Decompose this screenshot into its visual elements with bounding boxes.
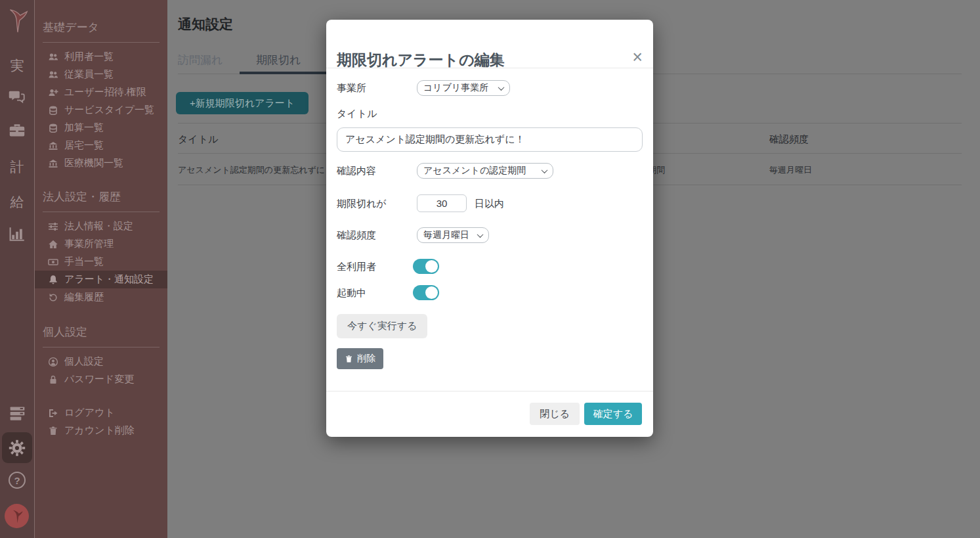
sidebar-item-office-management[interactable]: 事業所管理 (35, 235, 167, 253)
list-icon[interactable] (0, 405, 34, 422)
modal-header-divider (326, 68, 653, 68)
logo-bird-icon (5, 7, 30, 34)
sidebar-item-additions-list[interactable]: 加算一覧 (35, 119, 167, 137)
money-icon (48, 257, 58, 267)
lock-icon (48, 374, 58, 385)
page-title: 通知設定 (178, 15, 233, 34)
sidebar-item-label: アラート・通知設定 (64, 273, 154, 286)
sidebar-item-label: 従業員一覧 (64, 68, 114, 81)
users-icon (48, 70, 58, 80)
gear-icon (9, 439, 26, 457)
sidebar-item-delete-account[interactable]: アカウント削除 (35, 422, 167, 439)
sidebar-section-corporate-settings: 法人設定・履歴 (43, 189, 160, 212)
run-now-button[interactable]: 今すぐ実行する (337, 314, 427, 338)
sidebar-item-corporate-info[interactable]: 法人情報・設定 (35, 217, 167, 235)
sidebar-item-medical-institutions[interactable]: 医療機関一覧 (35, 154, 167, 172)
sliders-icon (48, 221, 58, 232)
bank-icon (48, 158, 58, 169)
strip-item-jitsu[interactable]: 実 (0, 56, 34, 75)
logo-bird-icon (10, 508, 24, 524)
sidebar-item-logout[interactable]: ログアウト (35, 404, 167, 422)
briefcase-icon[interactable] (0, 122, 34, 138)
sidebar-section-basic-data: 基礎データ (43, 0, 160, 43)
strip-item-kei[interactable]: 計 (0, 158, 34, 176)
history-icon (48, 292, 58, 303)
database-icon (48, 123, 58, 133)
sidebar-item-label: 手当一覧 (64, 256, 104, 268)
title-input[interactable] (337, 127, 643, 152)
bell-icon (48, 275, 58, 285)
running-toggle[interactable] (413, 285, 439, 300)
sidebar-item-change-password[interactable]: パスワード変更 (35, 370, 167, 388)
home-icon (48, 239, 58, 250)
sidebar-item-label: ログアウト (64, 407, 115, 419)
sidebar-item-employees-list[interactable]: 従業員一覧 (35, 66, 167, 83)
settings-gear-active[interactable] (2, 432, 32, 463)
chart-bar-icon[interactable] (0, 225, 34, 242)
row-title-cell: アセスメント認定期間の更新忘れずに！ (178, 164, 333, 176)
sidebar-item-users-list[interactable]: 利用者一覧 (35, 48, 167, 66)
sidebar: 基礎データ 利用者一覧 従業員一覧 ユーザー招待.権限 サービスタイプ一覧 加算… (34, 0, 167, 538)
user-circle-icon (48, 357, 58, 367)
sidebar-item-label: ユーザー招待.権限 (64, 86, 146, 99)
delete-button[interactable]: 削除 (337, 348, 383, 369)
content-label: 確認内容 (337, 165, 376, 177)
chevron-down-icon (542, 167, 548, 173)
help-button[interactable] (0, 472, 34, 489)
sidebar-item-service-types[interactable]: サービスタイプ一覧 (35, 101, 167, 119)
user-plus-icon (48, 87, 58, 98)
modal-footer-divider (326, 391, 653, 392)
deadline-suffix: 日以内 (475, 198, 504, 210)
new-expiration-alert-button[interactable]: +新規期限切れアラート (176, 92, 309, 114)
trash-icon (48, 426, 58, 436)
sidebar-item-alert-notification-settings[interactable]: アラート・通知設定 (35, 271, 167, 288)
row-frequency-cell: 毎週月曜日 (769, 164, 812, 176)
frequency-select[interactable]: 毎週月曜日 (417, 227, 489, 243)
deadline-label: 期限切れが (337, 198, 387, 210)
trash-icon (345, 355, 353, 363)
table-header-frequency: 確認頻度 (769, 133, 809, 146)
sidebar-item-personal-settings[interactable]: 個人設定 (35, 353, 167, 370)
sidebar-item-label: アカウント削除 (64, 424, 135, 437)
tab-missed-visits[interactable]: 訪問漏れ (178, 53, 223, 68)
sidebar-item-label: 編集履歴 (64, 291, 104, 303)
close-button[interactable]: 閉じる (530, 403, 580, 425)
office-select[interactable]: コリブリ事業所 (417, 80, 510, 96)
all-users-label: 全利用者 (337, 261, 376, 273)
logo-circle-button[interactable] (5, 504, 29, 528)
office-label: 事業所 (337, 82, 366, 95)
comments-icon[interactable] (0, 90, 34, 104)
sidebar-item-allowances-list[interactable]: 手当一覧 (35, 253, 167, 271)
title-label: タイトル (337, 108, 377, 120)
app-logo[interactable] (0, 7, 34, 34)
content-select-value: アセスメントの認定期間 (423, 165, 526, 177)
edit-expiration-alert-modal: 期限切れアラートの編集 × 事業所 コリブリ事業所 タイトル 確認内容 アセスメ… (326, 20, 653, 437)
all-users-toggle[interactable] (413, 259, 439, 274)
chevron-down-icon (498, 84, 505, 91)
running-label: 起動中 (337, 287, 366, 300)
sidebar-item-label: 個人設定 (64, 355, 104, 368)
sidebar-item-label: 加算一覧 (64, 122, 104, 134)
close-icon[interactable]: × (632, 49, 643, 66)
sidebar-item-label: 事業所管理 (64, 238, 114, 250)
sidebar-item-label: 法人情報・設定 (64, 220, 133, 233)
content-select[interactable]: アセスメントの認定期間 (417, 163, 553, 179)
bank-icon (48, 141, 58, 151)
office-select-value: コリブリ事業所 (423, 82, 488, 94)
sidebar-item-label: サービスタイプ一覧 (64, 104, 154, 116)
tab-expiration[interactable]: 期限切れ (256, 53, 301, 68)
database-icon (48, 105, 58, 116)
confirm-button[interactable]: 確定する (584, 403, 642, 425)
sidebar-item-residences-list[interactable]: 居宅一覧 (35, 137, 167, 154)
strip-item-kyu[interactable]: 給 (0, 193, 34, 212)
icon-strip: 実 計 給 (0, 0, 34, 538)
sidebar-item-label: 居宅一覧 (64, 139, 104, 152)
frequency-label: 確認頻度 (337, 229, 376, 242)
sidebar-item-edit-history[interactable]: 編集履歴 (35, 288, 167, 306)
deadline-days-input[interactable] (417, 194, 467, 212)
sidebar-item-user-invite-permissions[interactable]: ユーザー招待.権限 (35, 83, 167, 101)
frequency-select-value: 毎週月曜日 (423, 229, 469, 241)
table-header-title: タイトル (178, 133, 218, 146)
sidebar-section-personal-settings: 個人設定 (43, 325, 160, 347)
sidebar-item-label: パスワード変更 (64, 373, 134, 386)
